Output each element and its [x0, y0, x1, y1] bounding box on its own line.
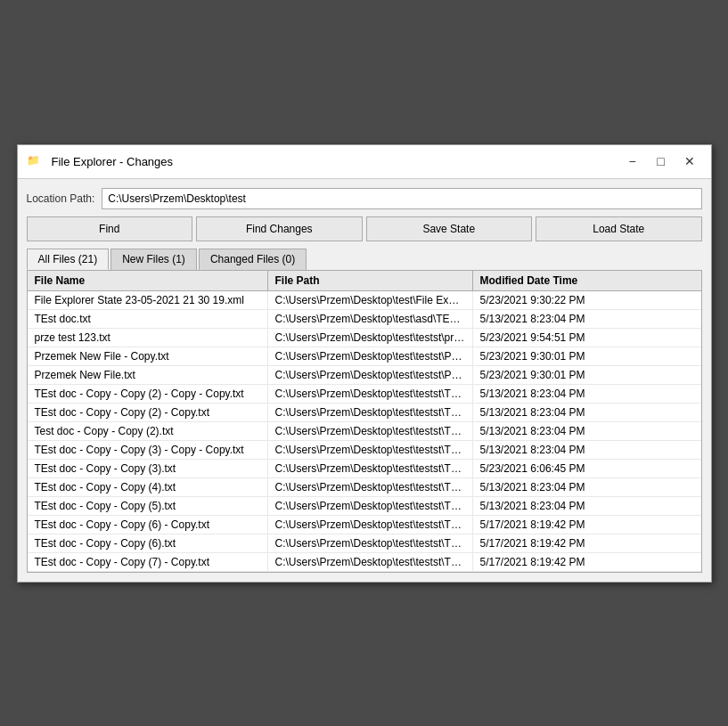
cell-filepath: C:\Users\Przem\Desktop\test\testst\TEst … [268, 534, 473, 552]
cell-filepath: C:\Users\Przem\Desktop\test\testst\TEst … [268, 422, 473, 440]
tab-all-files[interactable]: All Files (21) [27, 249, 110, 270]
find-changes-button[interactable]: Find Changes [196, 216, 363, 241]
cell-filepath: C:\Users\Przem\Desktop\test\File Explore… [268, 291, 473, 309]
table-body[interactable]: File Explorer State 23-05-2021 21 30 19.… [28, 291, 701, 572]
window-controls: − □ ✕ [620, 151, 702, 171]
column-header-date: Modified Date Time [473, 271, 701, 290]
cell-date: 5/13/2021 8:23:04 PM [473, 441, 701, 459]
cell-filepath: C:\Users\Przem\Desktop\test\testst\prze … [268, 329, 473, 347]
cell-filepath: C:\Users\Przem\Desktop\test\asd\TEst doc… [268, 310, 473, 328]
window-icon: 📁 [27, 154, 45, 168]
cell-filename: TEst doc - Copy - Copy (5).txt [28, 497, 268, 515]
location-input[interactable] [102, 188, 701, 209]
cell-filepath: C:\Users\Przem\Desktop\test\testst\TEst … [268, 478, 473, 496]
table-row[interactable]: TEst doc - Copy - Copy (6).txtC:\Users\P… [28, 534, 701, 553]
cell-filename: TEst doc - Copy - Copy (6) - Copy.txt [28, 516, 268, 534]
table-row[interactable]: TEst doc.txtC:\Users\Przem\Desktop\test\… [28, 310, 701, 329]
cell-date: 5/13/2021 8:23:04 PM [473, 478, 701, 496]
find-button[interactable]: Find [27, 216, 193, 241]
table-row[interactable]: TEst doc - Copy - Copy (3) - Copy - Copy… [28, 441, 701, 460]
main-window: 📁 File Explorer - Changes − □ ✕ Location… [17, 144, 712, 583]
cell-filepath: C:\Users\Przem\Desktop\test\testst\TEst … [268, 516, 473, 534]
cell-date: 5/23/2021 9:54:51 PM [473, 329, 701, 347]
column-header-name: File Name [28, 271, 268, 290]
maximize-button[interactable]: □ [649, 151, 674, 171]
table-row[interactable]: TEst doc - Copy - Copy (2) - Copy.txtC:\… [28, 404, 701, 422]
load-state-button[interactable]: Load State [536, 216, 702, 241]
cell-filepath: C:\Users\Przem\Desktop\test\testst\TEst … [268, 404, 473, 421]
tab-new-files[interactable]: New Files (1) [110, 249, 197, 270]
cell-filename: TEst doc - Copy - Copy (4).txt [28, 478, 268, 496]
location-label: Location Path: [27, 192, 95, 205]
window-title: File Explorer - Changes [52, 155, 620, 168]
cell-filename: Przemek New File.txt [28, 366, 268, 384]
tab-changed-files[interactable]: Changed Files (0) [199, 249, 307, 270]
cell-filename: TEst doc - Copy - Copy (2) - Copy - Copy… [28, 385, 268, 403]
cell-filename: Przemek New File - Copy.txt [28, 347, 268, 365]
table-row[interactable]: Przemek New File.txtC:\Users\Przem\Deskt… [28, 366, 701, 385]
cell-filepath: C:\Users\Przem\Desktop\test\testst\Przem… [268, 347, 473, 365]
table-row[interactable]: TEst doc - Copy - Copy (2) - Copy - Copy… [28, 385, 701, 404]
cell-filename: TEst doc - Copy - Copy (3) - Copy - Copy… [28, 441, 268, 459]
minimize-button[interactable]: − [620, 151, 645, 171]
cell-filepath: C:\Users\Przem\Desktop\test\testst\Przem… [268, 366, 473, 384]
cell-date: 5/13/2021 8:23:04 PM [473, 310, 701, 328]
cell-filename: TEst doc.txt [28, 310, 268, 328]
cell-filename: TEst doc - Copy - Copy (6).txt [28, 534, 268, 552]
window-content: Location Path: Find Find Changes Save St… [18, 179, 711, 582]
table-row[interactable]: Przemek New File - Copy.txtC:\Users\Prze… [28, 347, 701, 366]
action-buttons: Find Find Changes Save State Load State [27, 216, 702, 241]
table-row[interactable]: TEst doc - Copy - Copy (5).txtC:\Users\P… [28, 497, 701, 516]
save-state-button[interactable]: Save State [366, 216, 533, 241]
location-row: Location Path: [27, 188, 702, 209]
table-row[interactable]: TEst doc - Copy - Copy (6) - Copy.txtC:\… [28, 516, 701, 534]
cell-filename: TEst doc - Copy - Copy (7) - Copy.txt [28, 553, 268, 571]
column-header-path: File Path [268, 271, 473, 290]
cell-date: 5/13/2021 8:23:04 PM [473, 422, 701, 440]
cell-filename: File Explorer State 23-05-2021 21 30 19.… [28, 291, 268, 309]
close-button[interactable]: ✕ [677, 151, 702, 171]
cell-filepath: C:\Users\Przem\Desktop\test\testst\TEst … [268, 385, 473, 403]
cell-filename: TEst doc - Copy - Copy (2) - Copy.txt [28, 404, 268, 421]
cell-filename: prze test 123.txt [28, 329, 268, 347]
table-row[interactable]: TEst doc - Copy - Copy (4).txtC:\Users\P… [28, 478, 701, 497]
cell-filepath: C:\Users\Przem\Desktop\test\testst\TEst … [268, 441, 473, 459]
cell-filepath: C:\Users\Przem\Desktop\test\testst\TEst … [268, 497, 473, 515]
cell-date: 5/23/2021 6:06:45 PM [473, 460, 701, 477]
cell-date: 5/17/2021 8:19:42 PM [473, 553, 701, 571]
cell-filename: TEst doc - Copy - Copy (3).txt [28, 460, 268, 477]
file-table: File Name File Path Modified Date Time F… [27, 270, 702, 573]
cell-date: 5/23/2021 9:30:01 PM [473, 347, 701, 365]
table-row[interactable]: File Explorer State 23-05-2021 21 30 19.… [28, 291, 701, 310]
table-row[interactable]: TEst doc - Copy - Copy (7) - Copy.txtC:\… [28, 553, 701, 572]
title-bar: 📁 File Explorer - Changes − □ ✕ [18, 145, 711, 179]
cell-date: 5/23/2021 9:30:22 PM [473, 291, 701, 309]
cell-date: 5/17/2021 8:19:42 PM [473, 534, 701, 552]
cell-filepath: C:\Users\Przem\Desktop\test\testst\TEst … [268, 460, 473, 477]
cell-date: 5/23/2021 9:30:01 PM [473, 366, 701, 384]
cell-date: 5/13/2021 8:23:04 PM [473, 497, 701, 515]
cell-filename: Test doc - Copy - Copy (2).txt [28, 422, 268, 440]
cell-date: 5/17/2021 8:19:42 PM [473, 516, 701, 534]
table-row[interactable]: TEst doc - Copy - Copy (3).txtC:\Users\P… [28, 460, 701, 478]
cell-filepath: C:\Users\Przem\Desktop\test\testst\TEst … [268, 553, 473, 571]
table-row[interactable]: prze test 123.txtC:\Users\Przem\Desktop\… [28, 329, 701, 347]
cell-date: 5/13/2021 8:23:04 PM [473, 385, 701, 403]
tabs-row: All Files (21) New Files (1) Changed Fil… [27, 249, 702, 270]
table-row[interactable]: Test doc - Copy - Copy (2).txtC:\Users\P… [28, 422, 701, 441]
cell-date: 5/13/2021 8:23:04 PM [473, 404, 701, 421]
table-header: File Name File Path Modified Date Time [28, 271, 701, 291]
